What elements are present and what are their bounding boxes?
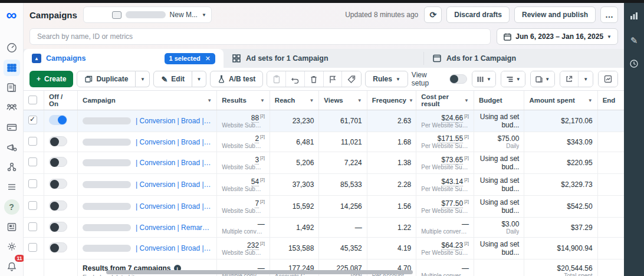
cost-per-result-value[interactable]: $64.23 [441, 241, 463, 250]
flag-icon[interactable] [324, 71, 343, 87]
results-value[interactable]: 7 [255, 199, 259, 208]
more-options-button[interactable]: … [600, 6, 618, 23]
gauge-icon[interactable] [4, 40, 20, 56]
redacted-campaign-prefix [83, 159, 131, 166]
events-nodes-icon[interactable] [4, 159, 20, 176]
col-campaign[interactable]: Campaign▼ [78, 91, 217, 110]
campaign-name-link[interactable]: | Conversion | Broad | $3,000 Less A... [136, 138, 212, 146]
tab-ads[interactable]: Ads for 1 Campaign [424, 49, 624, 68]
campaign-status-toggle[interactable] [49, 179, 67, 189]
col-cost-per-result[interactable]: Cost per result▼ [416, 91, 474, 110]
row-checkbox[interactable] [28, 179, 37, 188]
campaign-status-toggle[interactable] [49, 115, 67, 125]
undo-icon[interactable] [286, 71, 305, 87]
cost-per-result-value[interactable]: $73.65 [441, 156, 463, 165]
cost-per-result-value[interactable]: $24.66 [441, 114, 463, 123]
results-value[interactable]: — [258, 220, 265, 228]
ab-test-button[interactable]: A/B test [210, 71, 263, 87]
campaign-status-toggle[interactable] [49, 242, 67, 252]
campaign-status-toggle[interactable] [49, 201, 67, 211]
breakdown-icon[interactable]: ▼ [501, 71, 525, 87]
results-value[interactable]: 54 [251, 178, 259, 186]
campaign-name-link[interactable]: | Conversion | Broad | Options Angle [136, 180, 212, 189]
export-caret-button[interactable]: ▼ [579, 71, 593, 87]
cost-per-result-value[interactable]: $171.55 [438, 134, 463, 143]
edit-button[interactable]: ✎ Edit [153, 71, 192, 87]
campaign-status-toggle[interactable] [49, 157, 67, 167]
horizontal-scrollbar[interactable] [24, 270, 624, 275]
col-budget[interactable]: Budget [474, 91, 524, 110]
col-end[interactable]: End [597, 91, 624, 110]
cost-per-result-value[interactable]: $77.50 [441, 199, 463, 208]
trash-icon[interactable] [305, 71, 324, 87]
columns-icon[interactable]: ▼ [472, 71, 496, 87]
clock-icon[interactable] [629, 59, 639, 70]
tag-icon[interactable] [342, 71, 361, 87]
bell-icon[interactable]: 11 [4, 258, 20, 275]
view-setup-toggle[interactable] [449, 74, 467, 84]
campaign-status-toggle[interactable] [49, 136, 67, 146]
scrollbar-thumb[interactable] [106, 270, 413, 274]
account-selector[interactable]: New M... ▼ [83, 6, 212, 23]
row-checkbox[interactable] [28, 137, 37, 146]
cost-per-result-value[interactable]: $43.14 [441, 178, 463, 186]
col-views[interactable]: Views▼ [319, 91, 367, 110]
results-value[interactable]: 3 [255, 156, 259, 165]
settings-gear-icon[interactable] [4, 239, 20, 255]
campaign-name-link[interactable]: | Conversion | Broad | Options Angle [136, 202, 212, 211]
selected-count-badge[interactable]: 1 selected ✕ [165, 53, 215, 64]
discard-drafts-button[interactable]: Discard drafts [446, 6, 510, 23]
tab-campaigns[interactable]: ▲ Campaigns 1 selected ✕ [24, 49, 224, 68]
duplicate-caret-button[interactable]: ▼ [136, 71, 150, 87]
views-value: — [355, 224, 362, 232]
audiences-icon[interactable] [4, 99, 20, 116]
reports-icon[interactable]: ▼ [531, 71, 554, 87]
row-checkbox[interactable] [28, 116, 37, 124]
redacted-campaign-prefix [83, 245, 131, 252]
budget-value: Using ad set bud... [479, 155, 520, 171]
campaign-name-link[interactable]: | Conversion | Broad | 3 Things Angl... [136, 117, 212, 125]
help-icon[interactable]: ? [4, 199, 19, 215]
date-range-button[interactable]: Jun 6, 2023 – Jan 16, 2025 ▼ [497, 28, 618, 45]
duplicate-button[interactable]: Duplicate [77, 71, 136, 87]
row-checkbox[interactable] [28, 222, 37, 231]
row-checkbox[interactable] [28, 157, 37, 166]
tab-ad-sets[interactable]: Ad sets for 1 Campaign [224, 49, 423, 68]
meta-logo[interactable]: ∞ [6, 8, 17, 22]
campaign-name-link[interactable]: | Conversion | Broad | Options Angle [136, 159, 212, 167]
refresh-button[interactable]: ⟳ [424, 6, 442, 23]
cost-per-result-value[interactable]: — [462, 220, 469, 228]
edit-caret-button[interactable]: ▼ [192, 71, 206, 87]
campaign-name-link[interactable]: | Conversion | Broad | Options Angl... [136, 244, 212, 252]
search-input[interactable] [29, 28, 491, 45]
rules-button[interactable]: Rules▼ [365, 71, 408, 87]
results-value[interactable]: 2 [255, 134, 259, 143]
select-all-checkbox[interactable] [28, 96, 37, 104]
pages-icon[interactable] [4, 80, 20, 96]
col-reach[interactable]: Reach▼ [270, 91, 318, 110]
campaigns-table-icon[interactable] [4, 60, 20, 76]
export-icon[interactable] [560, 71, 579, 87]
create-button[interactable]: +Create [29, 71, 73, 87]
row-checkbox[interactable] [28, 243, 37, 252]
campaign-status-toggle[interactable] [49, 222, 67, 232]
pencil-icon[interactable]: ✎ [630, 35, 638, 46]
col-results[interactable]: Results▼ [217, 91, 270, 110]
billing-icon[interactable] [4, 119, 20, 136]
row-checkbox[interactable] [28, 201, 37, 210]
clipboard-icon[interactable] [267, 71, 286, 87]
results-value[interactable]: 88 [251, 114, 259, 123]
cpr-attribution-badge: [2] [464, 178, 469, 182]
campaign-name-link[interactable]: | Conversion | Remarketing [136, 224, 212, 232]
review-publish-button[interactable]: Review and publish [514, 6, 596, 23]
duplicate-icon [84, 75, 93, 83]
menu-lines-icon[interactable] [4, 179, 20, 195]
col-frequency[interactable]: Frequency▼ [367, 91, 416, 110]
chart-icon[interactable] [599, 71, 617, 87]
col-amount-spent[interactable]: Amount spent▼ [524, 91, 597, 110]
insights-bars-icon[interactable] [629, 11, 639, 22]
ads-megaphone-icon[interactable] [4, 139, 20, 156]
close-icon[interactable]: ✕ [205, 55, 211, 63]
results-value[interactable]: 232 [247, 241, 259, 250]
news-icon[interactable] [4, 219, 20, 235]
